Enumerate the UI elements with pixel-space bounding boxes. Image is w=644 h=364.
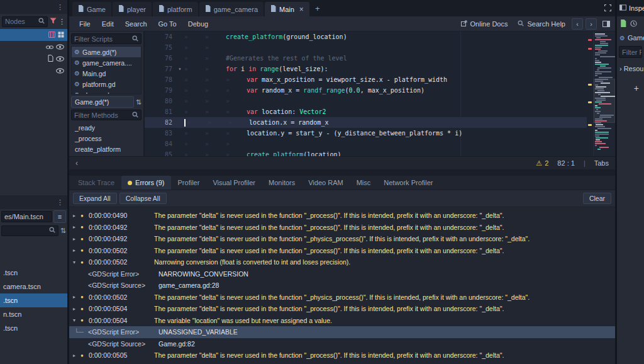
- debugger-tab[interactable]: Monitors: [262, 176, 301, 190]
- expand-arrow-icon[interactable]: ▸: [73, 224, 80, 230]
- menu-edit[interactable]: Edit: [97, 19, 119, 29]
- error-row[interactable]: ▾●0:00:00:0502Narrowing conversion (floa…: [69, 256, 615, 268]
- warning-count-badge[interactable]: ⚠ 2: [536, 159, 548, 168]
- history-back-button[interactable]: ‹: [572, 18, 583, 30]
- debugger-tab[interactable]: Visual Profiler: [206, 176, 262, 190]
- error-detail-row[interactable]: <GDScript Source>Game.gd:82: [69, 338, 615, 350]
- file-item[interactable]: .tscn: [0, 293, 67, 307]
- debugger-tab[interactable]: Network Profiler: [377, 176, 439, 190]
- script-tab[interactable]: platform: [153, 2, 198, 16]
- dock-menu-icon[interactable]: ⋮: [57, 198, 64, 207]
- error-row[interactable]: ▸●0:00:00:0505The parameter "delta" is n…: [69, 350, 615, 361]
- method-list-item[interactable]: _ready: [71, 122, 142, 133]
- code-editor[interactable]: 74»»create_platform(ground_location)75»»…: [145, 31, 615, 156]
- expand-all-button[interactable]: Expand All: [73, 193, 117, 204]
- line-number[interactable]: 76: [145, 55, 175, 62]
- new-resource-icon[interactable]: [620, 20, 626, 28]
- debugger-tab[interactable]: Profiler: [172, 176, 206, 190]
- error-row[interactable]: ▾●0:00:00:0504The variable "location" wa…: [69, 315, 615, 327]
- filter-scripts-input[interactable]: Filter Scripts: [71, 33, 142, 44]
- expand-arrow-icon[interactable]: ▾: [73, 259, 80, 265]
- code-line[interactable]: 76»»#Generates the rest of the level: [145, 53, 587, 64]
- code-line[interactable]: 74»»create_platform(ground_location): [145, 31, 587, 42]
- file-item[interactable]: .tscn: [0, 266, 67, 280]
- script-icon[interactable]: [48, 55, 53, 63]
- code-line[interactable]: 80»»»: [145, 96, 587, 106]
- collapse-all-button[interactable]: Collapse All: [119, 193, 167, 204]
- visibility-eye-icon[interactable]: [56, 55, 64, 63]
- hide-scripts-panel-icon[interactable]: ‹: [75, 159, 78, 168]
- search-help-button[interactable]: Search Help: [513, 19, 570, 29]
- line-number[interactable]: 77: [145, 65, 175, 72]
- error-row[interactable]: ▸●0:00:00:0492The parameter "delta" is n…: [69, 222, 615, 234]
- line-number[interactable]: 85: [145, 151, 175, 156]
- inspector-header[interactable]: Inspector: [617, 0, 644, 16]
- sort-icon[interactable]: ⇅: [60, 227, 66, 235]
- code-line[interactable]: 77▾»»for i in range(level_size):: [145, 64, 587, 74]
- online-docs-button[interactable]: Online Docs: [457, 19, 513, 29]
- scene-tree-row[interactable]: [0, 41, 67, 53]
- error-row[interactable]: ▸●0:00:00:0492The parameter "delta" is n…: [69, 233, 615, 245]
- expand-arrow-icon[interactable]: ▸: [73, 353, 80, 358]
- distraction-free-icon[interactable]: [604, 4, 611, 13]
- filter-icon[interactable]: [50, 18, 57, 25]
- filesystem-path[interactable]: es/Main.tscn: [1, 211, 52, 222]
- fold-arrow-icon[interactable]: ▾: [175, 66, 184, 72]
- debugger-tab[interactable]: Misc: [350, 176, 377, 190]
- filesystem-search-input[interactable]: [1, 225, 58, 236]
- new-script-button[interactable]: +: [310, 0, 325, 16]
- file-item[interactable]: camera.tscn: [0, 280, 67, 293]
- debugger-tab[interactable]: Video RAM: [302, 176, 349, 190]
- inspected-node-row[interactable]: ⚙ Game..: [617, 31, 644, 44]
- error-detail-row[interactable]: <GDScript Error>NARROWING_CONVERSION: [69, 268, 615, 280]
- expand-arrow-icon[interactable]: ▾: [73, 317, 80, 323]
- line-number[interactable]: 75: [145, 44, 175, 51]
- script-list-item[interactable]: ⚙platform.gd: [72, 79, 141, 89]
- error-row[interactable]: ▸●0:00:00:0502The parameter "delta" is n…: [69, 245, 615, 257]
- editor-scrollbar[interactable]: [587, 31, 593, 156]
- filter-methods-input[interactable]: Filter Methods: [71, 110, 142, 120]
- expand-arrow-icon[interactable]: ▸: [73, 247, 80, 253]
- line-number[interactable]: 80: [145, 98, 175, 105]
- expand-arrow-icon[interactable]: ▸: [73, 236, 80, 242]
- file-item[interactable]: n.tscn: [0, 307, 67, 321]
- minimap[interactable]: [593, 31, 615, 156]
- script-tab[interactable]: game_camera: [199, 2, 264, 16]
- dock-menu-icon[interactable]: ⋮: [57, 3, 64, 11]
- code-line[interactable]: 79»»»var random_x = randf_range(0.0, max…: [145, 85, 587, 96]
- expand-arrow-icon[interactable]: ▸: [73, 294, 80, 300]
- script-tab[interactable]: player: [113, 2, 152, 16]
- code-line[interactable]: 85»»»create_platform(location): [145, 149, 587, 156]
- menu-file[interactable]: File: [74, 19, 96, 29]
- method-list-item[interactable]: create_platform: [71, 144, 142, 154]
- scene-filter-input[interactable]: Nodes: [2, 16, 48, 27]
- scene-tree-row[interactable]: [0, 29, 67, 41]
- line-number[interactable]: 74: [145, 33, 175, 40]
- scene-menu-icon[interactable]: ⋮: [58, 18, 65, 26]
- history-icon[interactable]: [630, 20, 637, 28]
- close-icon[interactable]: ×: [299, 5, 304, 14]
- script-list-item[interactable]: ⚙game_camera....: [72, 57, 141, 68]
- code-line[interactable]: 82»»»location.x = random_x: [145, 117, 587, 128]
- indent-mode[interactable]: Tabs: [594, 159, 609, 167]
- history-forward-button[interactable]: ›: [586, 18, 597, 30]
- file-item[interactable]: .tscn: [0, 321, 67, 335]
- menu-debug[interactable]: Debug: [183, 19, 213, 29]
- panel-toggle-icon[interactable]: [602, 21, 610, 27]
- error-row[interactable]: ▸●0:00:00:0490The parameter "delta" is n…: [69, 210, 615, 222]
- line-number[interactable]: 83: [145, 130, 175, 137]
- expand-arrow-icon[interactable]: ▸: [73, 213, 80, 219]
- script-list-item[interactable]: ⚙Main.gd: [72, 68, 141, 79]
- code-line[interactable]: 84»»»: [145, 139, 587, 149]
- scene-tree-row[interactable]: [0, 65, 67, 77]
- visibility-eye-icon[interactable]: [56, 43, 64, 51]
- line-number[interactable]: 81: [145, 108, 175, 115]
- script-tab[interactable]: Main×: [265, 2, 309, 16]
- script-list-item[interactable]: ⚙player.gd: [72, 89, 141, 94]
- scene-tree-row[interactable]: [0, 53, 67, 65]
- code-line[interactable]: 81»»»var location: Vector2: [145, 106, 587, 117]
- menu-goto[interactable]: Go To: [153, 19, 182, 29]
- error-row[interactable]: ▸●0:00:00:0502The parameter "delta" is n…: [69, 292, 615, 304]
- visibility-eye-icon[interactable]: [56, 67, 64, 75]
- clear-button[interactable]: Clear: [583, 193, 611, 204]
